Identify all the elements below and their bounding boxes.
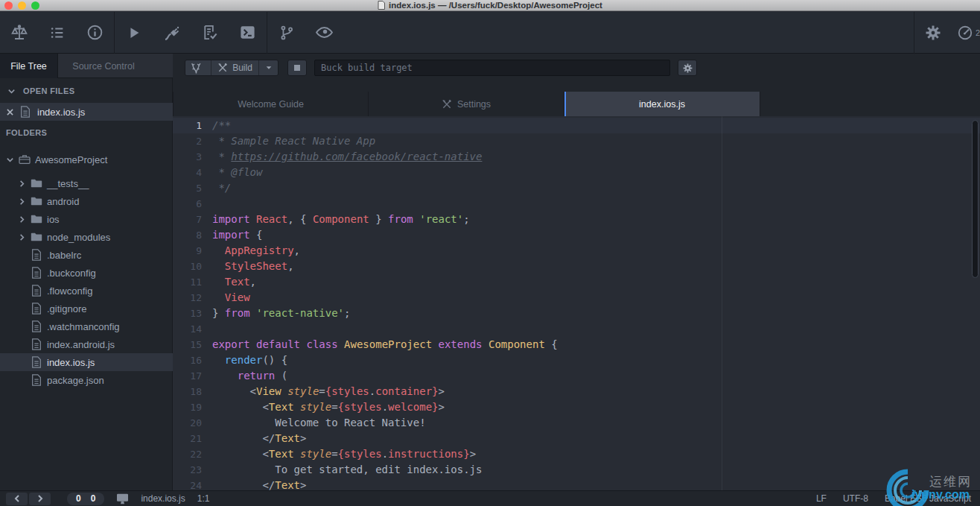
code-line-23[interactable]: 23 To get started, edit index.ios.js [173, 462, 980, 478]
nuclide-scales-icon[interactable] [0, 12, 38, 54]
code-line-1[interactable]: 1/** [173, 118, 980, 133]
code-line-12[interactable]: 12 View [173, 290, 980, 306]
chevron-down-icon [7, 87, 16, 95]
code-text: /** [212, 118, 231, 133]
code-line-18[interactable]: 18 <View style={styles.container}> [173, 384, 980, 399]
code-line-19[interactable]: 19 <Text style={styles.welcome}> [173, 399, 980, 415]
code-line-15[interactable]: 15export default class AwesomeProject ex… [173, 337, 980, 352]
status-right-group: LF UTF-8 Babel ES6 JavaScript [816, 493, 980, 504]
run-icon[interactable] [115, 12, 153, 54]
code-line-17[interactable]: 17 return ( [173, 368, 980, 384]
code-line-7[interactable]: 7import React, { Component } from 'react… [173, 212, 980, 227]
health-gauge-group[interactable]: 2 [957, 25, 980, 41]
code-line-11[interactable]: 11 Text, [173, 274, 980, 290]
code-line-14[interactable]: 14 [173, 321, 980, 337]
line-number: 15 [173, 337, 212, 352]
nav-back-button[interactable] [6, 493, 28, 505]
code-text: import { [212, 227, 262, 243]
info-icon[interactable] [76, 12, 114, 54]
stop-icon [294, 65, 300, 71]
line-number: 4 [173, 165, 212, 180]
tab-settings[interactable]: Settings [369, 92, 564, 116]
open-files-header[interactable]: OPEN FILES [7, 86, 74, 95]
code-text: View [212, 290, 250, 306]
test-runner-icon[interactable] [191, 12, 229, 54]
buck-settings-button[interactable] [678, 60, 697, 76]
line-ending[interactable]: LF [816, 493, 827, 504]
terminal-icon[interactable] [229, 12, 267, 54]
tree-item-label: .watchmanconfig [47, 321, 120, 332]
line-number: 3 [173, 149, 212, 165]
buck-build-button[interactable]: Build [211, 60, 258, 75]
tab-source-control[interactable]: Source Control [58, 54, 149, 78]
code-text: AppRegistry, [212, 243, 300, 259]
code-text: To get started, edit index.ios.js [212, 462, 482, 478]
code-line-4[interactable]: 4 * @flow [173, 165, 980, 180]
tree-item-index.android.js[interactable]: index.android.js [0, 335, 173, 353]
diagnostics-warnings: 0 [91, 493, 96, 504]
buck-stop-button[interactable] [287, 60, 307, 76]
text-editor[interactable]: 1/**2 * Sample React Native App3 * https… [173, 116, 980, 490]
settings-gear-icon[interactable] [914, 12, 952, 54]
diagnostics-badge[interactable]: 0 0 [67, 493, 104, 505]
line-number: 12 [173, 290, 212, 306]
window-title-area: index.ios.js — /Users/fuck/Desktop/Aweso… [0, 1, 980, 10]
code-line-3[interactable]: 3 * https://github.com/facebook/react-na… [173, 149, 980, 165]
tab-welcome-guide[interactable]: Welcome Guide [173, 92, 369, 116]
buck-logo-icon[interactable] [185, 60, 211, 75]
tree-root-label: AwesomeProject [35, 154, 107, 165]
code-line-5[interactable]: 5 */ [173, 180, 980, 196]
code-line-24[interactable]: 24 </Text> [173, 478, 980, 490]
debugger-plug-icon[interactable] [153, 12, 191, 54]
code-text: * https://github.com/facebook/react-nati… [212, 149, 482, 165]
status-file-name[interactable]: index.ios.js [141, 493, 185, 504]
code-line-2[interactable]: 2 * Sample React Native App [173, 133, 980, 149]
tree-item-.watchmanconfig[interactable]: .watchmanconfig [0, 317, 173, 335]
buck-build-dropdown[interactable] [258, 60, 278, 75]
tree-item-.flowconfig[interactable]: .flowconfig [0, 282, 173, 300]
code-line-16[interactable]: 16 render() { [173, 352, 980, 368]
document-icon [378, 1, 385, 10]
code-line-9[interactable]: 9 AppRegistry, [173, 243, 980, 259]
tab-index-ios-js[interactable]: index.ios.js [564, 92, 760, 116]
code-line-22[interactable]: 22 <Text style={styles.instructions}> [173, 446, 980, 462]
encoding[interactable]: UTF-8 [843, 493, 868, 504]
code-line-13[interactable]: 13} from 'react-native'; [173, 306, 980, 321]
tree-item-label: .buckconfig [47, 268, 96, 279]
line-number: 5 [173, 180, 212, 196]
grammar-selector[interactable]: Babel ES6 JavaScript [885, 493, 971, 504]
chevron-right-icon [37, 495, 43, 502]
tree-item-.gitignore[interactable]: .gitignore [0, 300, 173, 317]
tree-root-awesomeproject[interactable]: AwesomeProject [0, 151, 173, 168]
tree-item-__tests__[interactable]: __tests__ [0, 174, 173, 192]
device-monitor-icon[interactable] [116, 493, 129, 505]
source-control-branch-icon[interactable] [267, 12, 305, 54]
tree-item-ios[interactable]: ios [0, 210, 173, 228]
titlebar: index.ios.js — /Users/fuck/Desktop/Aweso… [0, 0, 980, 11]
folder-tree: AwesomeProject __tests__androidiosnode_m… [0, 151, 173, 389]
code-line-8[interactable]: 8import { [173, 227, 980, 243]
tab-file-tree[interactable]: File Tree [0, 54, 58, 78]
code-line-20[interactable]: 20 Welcome to React Native! [173, 415, 980, 431]
open-file-item[interactable]: index.ios.js [0, 103, 173, 121]
cursor-position[interactable]: 1:1 [197, 493, 210, 504]
code-line-21[interactable]: 21 </Text> [173, 431, 980, 446]
tree-item-.buckconfig[interactable]: .buckconfig [0, 264, 173, 282]
tree-item-node_modules[interactable]: node_modules [0, 228, 173, 246]
vertical-scrollbar-thumb[interactable] [972, 120, 979, 278]
close-icon[interactable] [0, 109, 19, 116]
navigation-buttons [6, 493, 51, 505]
left-dock: File Tree Source Control OPEN FILES inde… [0, 54, 173, 490]
nav-forward-button[interactable] [29, 493, 51, 505]
tree-item-package.json[interactable]: package.json [0, 371, 173, 389]
tree-item-index.ios.js[interactable]: index.ios.js [0, 353, 173, 371]
tree-item-.babelrc[interactable]: .babelrc [0, 246, 173, 264]
code-line-10[interactable]: 10 StyleSheet, [173, 259, 980, 274]
buck-target-input[interactable] [314, 60, 670, 76]
watch-eye-icon[interactable] [305, 12, 343, 54]
tree-item-android[interactable]: android [0, 192, 173, 210]
code-line-6[interactable]: 6 [173, 196, 980, 212]
file-icon [31, 320, 42, 332]
outline-view-icon[interactable] [38, 12, 76, 54]
briefcase-icon [19, 154, 31, 165]
